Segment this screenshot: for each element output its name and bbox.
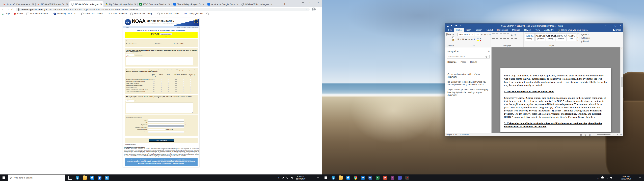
browser-tab[interactable]: NOAA OEd - Undergraduat ✕ bbox=[70, 1, 104, 7]
ribbon-tab[interactable]: Layout bbox=[484, 28, 495, 32]
ribbon-tab[interactable]: View bbox=[533, 28, 542, 32]
paragraph-icon[interactable] bbox=[496, 38, 498, 40]
contact-field-input[interactable] bbox=[148, 126, 184, 128]
radio-exceptional[interactable] bbox=[183, 85, 184, 86]
taskbar-app-button[interactable] bbox=[352, 174, 359, 181]
cut-icon[interactable]: ✂ bbox=[452, 34, 454, 36]
font-mini-button[interactable]: A▴ bbox=[481, 34, 483, 36]
minimize-button[interactable]: — bbox=[299, 0, 306, 5]
tab-close-icon[interactable]: ✕ bbox=[100, 3, 102, 6]
comments-textarea[interactable] bbox=[126, 102, 193, 113]
taskbar-app-button[interactable] bbox=[330, 174, 337, 181]
style-chip[interactable]: AaBbCcD Subtitle bbox=[556, 33, 566, 42]
radio-no-basis[interactable] bbox=[190, 83, 191, 84]
radio-good[interactable] bbox=[168, 83, 170, 84]
radio-average[interactable] bbox=[161, 83, 162, 84]
radio-below-average[interactable] bbox=[153, 79, 154, 80]
footer-segment[interactable]: U.S. Department of Commerce bbox=[179, 161, 195, 162]
styles-gallery-scroll[interactable]: ▴ ▾ ≡ bbox=[576, 33, 579, 42]
radio-average[interactable] bbox=[161, 79, 162, 80]
font-format-icon[interactable] bbox=[462, 38, 464, 40]
characters-left-count[interactable] bbox=[126, 54, 134, 56]
taskbar-clock[interactable]: 8:46 AM 11/20/2019 bbox=[617, 175, 635, 180]
bookmark-item[interactable]: Apps bbox=[2, 12, 10, 15]
footer-segment[interactable]: National Oceanic and Atmospheric Adminis… bbox=[152, 161, 178, 162]
radio-good[interactable] bbox=[168, 91, 170, 92]
scroll-up-arrow[interactable]: ▲ bbox=[620, 48, 623, 50]
radio-below-average[interactable] bbox=[153, 81, 154, 82]
font-format-icon[interactable] bbox=[480, 38, 482, 40]
paragraph-icon[interactable] bbox=[511, 38, 513, 40]
radio-very-good[interactable] bbox=[176, 83, 176, 84]
bookmark-item[interactable]: Login | Qualtrics bbox=[184, 12, 203, 15]
association-textarea[interactable] bbox=[126, 57, 193, 65]
radio-average[interactable] bbox=[161, 89, 162, 90]
radio-no-basis[interactable] bbox=[190, 79, 191, 80]
bookmark-item[interactable]: Internship - NCCOS... bbox=[54, 12, 78, 15]
paragraph-icon[interactable] bbox=[507, 38, 509, 40]
bookmark-item[interactable]: NOAA OEd - Under... bbox=[81, 12, 104, 15]
tray-icon[interactable] bbox=[596, 174, 600, 181]
paragraph-icon[interactable] bbox=[514, 34, 517, 35]
radio-very-good[interactable] bbox=[176, 81, 176, 82]
tray-icon[interactable] bbox=[605, 174, 609, 181]
https-lock-icon[interactable] bbox=[18, 8, 20, 10]
style-chip[interactable]: AaBbC Heading 1 bbox=[525, 33, 535, 42]
paragraph-icon[interactable] bbox=[500, 34, 502, 35]
print-layout-icon[interactable]: ▤ bbox=[584, 134, 586, 136]
font-format-icon[interactable] bbox=[477, 38, 478, 40]
radio-good[interactable] bbox=[168, 81, 170, 82]
radio-below-average[interactable] bbox=[153, 89, 154, 90]
tab-close-icon[interactable]: ✕ bbox=[202, 3, 204, 6]
page-indicator[interactable]: Page 6 of 12 bbox=[446, 134, 457, 136]
search-document-input[interactable] bbox=[448, 56, 484, 58]
ribbon-tab[interactable]: References bbox=[495, 28, 510, 32]
profile-avatar[interactable] bbox=[312, 8, 316, 11]
forward-icon[interactable]: → bbox=[6, 8, 9, 11]
radio-very-good[interactable] bbox=[176, 79, 176, 80]
bookmark-star-icon[interactable]: ☆ bbox=[306, 8, 308, 11]
ribbon-tab[interactable]: ACROBAT bbox=[542, 28, 556, 32]
tab-close-icon[interactable]: ✕ bbox=[270, 3, 273, 6]
ribbon-tab[interactable]: File bbox=[446, 28, 454, 32]
navigation-tab[interactable]: Results bbox=[470, 61, 477, 64]
font-format-icon[interactable] bbox=[458, 38, 459, 40]
styles-scroll-glyph[interactable]: ≡ bbox=[578, 40, 578, 41]
tray-icon[interactable] bbox=[609, 174, 614, 181]
taskbar-search-input[interactable] bbox=[13, 176, 63, 179]
footer-segment[interactable]: NOAA Disclaimer bbox=[182, 160, 191, 160]
radio-no-basis[interactable] bbox=[190, 89, 191, 90]
navigation-search-box[interactable]: ▾ bbox=[447, 55, 490, 58]
radio-average[interactable] bbox=[161, 87, 162, 88]
taskbar-app-button[interactable] bbox=[74, 174, 81, 181]
close-button[interactable]: ✕ bbox=[314, 0, 322, 5]
font-format-icon[interactable] bbox=[465, 38, 467, 40]
radio-good[interactable] bbox=[168, 79, 170, 80]
taskbar-app-button[interactable] bbox=[366, 174, 374, 181]
taskbar-app-button[interactable] bbox=[396, 174, 404, 181]
contact-field-input[interactable] bbox=[148, 124, 184, 126]
taskbar-app-button[interactable] bbox=[404, 174, 411, 181]
radio-below-average[interactable] bbox=[153, 87, 154, 88]
save-icon[interactable] bbox=[446, 24, 450, 28]
radio-very-good[interactable] bbox=[176, 85, 176, 86]
radio-good[interactable] bbox=[168, 89, 170, 90]
bookmark-item[interactable]: NOAA SSMC Badgi... bbox=[130, 12, 154, 15]
font-mini-button[interactable]: A▾ bbox=[484, 34, 486, 36]
radio-below-average[interactable] bbox=[153, 91, 154, 92]
browser-menu-icon[interactable]: ⋮ bbox=[318, 8, 320, 11]
maximize-button[interactable]: ❐ bbox=[613, 24, 618, 28]
editing-command[interactable]: Replace bbox=[581, 37, 591, 39]
browser-tab[interactable]: Team Belay - Project Outlin ✕ bbox=[172, 1, 206, 7]
zoom-slider[interactable] bbox=[597, 134, 610, 135]
taskbar-app-button[interactable] bbox=[359, 174, 366, 181]
paragraph-icon[interactable] bbox=[514, 38, 517, 40]
browser-tab[interactable]: Inbox (5,410) - natasha.whit ✕ bbox=[1, 1, 36, 7]
style-chip[interactable]: AaBbCcI ¶ Normal bbox=[535, 33, 545, 42]
font-format-icon[interactable] bbox=[474, 38, 476, 40]
font-size-combo[interactable]: 12▾ bbox=[474, 33, 480, 36]
read-mode-icon[interactable]: ▦ bbox=[580, 134, 582, 136]
browser-tab[interactable]: NOAA-OEd/Student Schola ✕ bbox=[36, 1, 70, 7]
web-layout-icon[interactable]: ▥ bbox=[589, 134, 591, 136]
style-chip[interactable]: AaBbC Title bbox=[566, 33, 576, 42]
